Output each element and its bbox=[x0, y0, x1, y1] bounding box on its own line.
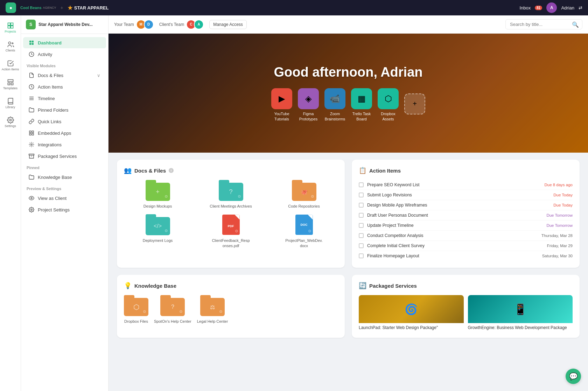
action-due: Due Today bbox=[553, 203, 573, 207]
app-logo-area[interactable]: ● bbox=[6, 2, 16, 13]
app-tile-trello[interactable]: ▦ Trello TaskBoard bbox=[351, 88, 372, 121]
inbox-badge[interactable]: 81 bbox=[535, 6, 542, 10]
nav-packaged-services[interactable]: Packaged Services bbox=[23, 151, 106, 162]
project-plan-file: DOC ⚙ bbox=[292, 214, 316, 235]
docs-info-icon[interactable]: i bbox=[169, 168, 174, 173]
action-checkbox[interactable] bbox=[359, 213, 364, 218]
nav-view-as-client[interactable]: View as Client bbox=[23, 193, 106, 204]
doc-client-meetings[interactable]: ? ⚙ Client Meetings Archives bbox=[197, 180, 265, 209]
nav-embedded-apps[interactable]: Embedded Apps bbox=[23, 127, 106, 139]
doc-design-mockups[interactable]: + ⚙ Design Mockups bbox=[124, 180, 191, 209]
action-checkbox[interactable] bbox=[359, 182, 364, 187]
docs-expand-icon[interactable]: ∨ bbox=[97, 73, 100, 78]
doc-project-plan[interactable]: DOC ⚙ ProjectPlan_WebDev.docx bbox=[270, 214, 338, 248]
kb-legal-folder: ⚖ ⚙ bbox=[200, 295, 225, 316]
kb-legal[interactable]: ⚖ ⚙ Legal Help Center bbox=[197, 295, 228, 324]
kb-dropbox[interactable]: ⬡ ⚙ Dropbox Files bbox=[124, 295, 148, 324]
action-checkbox[interactable] bbox=[359, 243, 364, 248]
action-item-row: Submit Logo Revisions Due Today bbox=[359, 190, 573, 200]
dashboard-cards-row2: 💡 Knowledge Base ⬡ ⚙ bbox=[108, 275, 588, 345]
add-label bbox=[414, 117, 415, 121]
packaged-services-label: Packaged Services bbox=[38, 154, 77, 159]
action-due: Saturday, Mar 30 bbox=[542, 254, 573, 258]
app-tile-zoom[interactable]: 📹 ZoomBrainstorms bbox=[324, 88, 345, 121]
sidebar-project-header[interactable]: S Star Apparel Website Dev... bbox=[21, 15, 108, 34]
icon-nav-settings[interactable]: Settings bbox=[2, 113, 19, 131]
settings-label: Settings bbox=[5, 124, 16, 128]
doc-client-feedback[interactable]: PDF ⚙ ClientFeedback_Responses.pdf bbox=[197, 214, 265, 248]
dashboard-label: Dashboard bbox=[38, 40, 62, 46]
action-title: Draft User Personas Document bbox=[367, 213, 543, 218]
client-meetings-folder: ? ⚙ bbox=[219, 180, 243, 201]
action-checkbox[interactable] bbox=[359, 223, 364, 228]
svg-rect-1 bbox=[10, 23, 13, 26]
action-items-label: Action Items bbox=[2, 68, 19, 71]
clients-label: Clients bbox=[6, 49, 15, 52]
app-tile-figma[interactable]: ◈ FigmaPrototypes bbox=[298, 88, 319, 121]
doc-name: ClientFeedback_Responses.pdf bbox=[212, 238, 250, 248]
timeline-label: Timeline bbox=[38, 96, 55, 101]
kb-name: Dropbox Files bbox=[124, 319, 148, 324]
doc-deployment-logs[interactable]: </> ⚙ Deployment Logs bbox=[124, 214, 191, 248]
action-checkbox[interactable] bbox=[359, 193, 364, 197]
user-avatar[interactable]: A bbox=[546, 2, 557, 13]
chat-button[interactable]: 💬 bbox=[566, 369, 581, 384]
action-due: Due Today bbox=[553, 193, 573, 197]
main-content: Your Team M D Client's Team C A Manage A… bbox=[108, 15, 588, 391]
icon-nav-library[interactable]: Library bbox=[2, 95, 19, 112]
view-as-client-label: View as Client bbox=[38, 196, 66, 201]
action-checkbox[interactable] bbox=[359, 203, 364, 208]
action-items-label: Action Items bbox=[38, 84, 63, 90]
svg-rect-10 bbox=[29, 41, 31, 42]
docs-grid: + ⚙ Design Mockups bbox=[124, 180, 338, 248]
svg-point-4 bbox=[8, 42, 11, 44]
nav-activity[interactable]: Activity bbox=[23, 49, 106, 60]
packaged-services-card: 🔄 Packaged Services 🌀 LaunchPad: Starter… bbox=[352, 275, 580, 338]
dropbox-label: DropboxAssets bbox=[381, 111, 396, 121]
action-checkbox[interactable] bbox=[359, 233, 364, 238]
folder-body: ⚖ ⚙ bbox=[200, 298, 225, 316]
icon-nav-clients[interactable]: Clients bbox=[2, 38, 19, 55]
integrations-label: Integrations bbox=[38, 142, 62, 147]
action-checkbox[interactable] bbox=[359, 253, 364, 258]
nav-quick-links[interactable]: Quick Links bbox=[23, 116, 106, 127]
nav-pinned-folders[interactable]: Pinned Folders bbox=[23, 104, 106, 116]
inbox-label[interactable]: Inbox bbox=[519, 5, 531, 11]
svg-rect-2 bbox=[8, 26, 10, 28]
icon-nav-projects[interactable]: Projects bbox=[2, 19, 19, 36]
topbar: Your Team M D Client's Team C A Manage A… bbox=[108, 15, 588, 34]
zoom-icon: 📹 bbox=[324, 88, 345, 109]
launchpad-image: 🌀 bbox=[359, 295, 464, 323]
search-input[interactable] bbox=[505, 19, 582, 29]
manage-access-button[interactable]: Manage Access bbox=[209, 20, 247, 29]
nav-dashboard[interactable]: Dashboard bbox=[23, 37, 106, 48]
kb-spoton[interactable]: ? ⚙ SpotOn's Help Center bbox=[154, 295, 191, 324]
icon-nav-templates[interactable]: Templates bbox=[2, 76, 19, 93]
services-grid: 🌀 LaunchPad: Starter Web Design Package"… bbox=[359, 295, 573, 331]
app-tile-dropbox[interactable]: ⬡ DropboxAssets bbox=[378, 88, 399, 121]
dashboard-cards: 👥 Docs & Files i + ⚙ bbox=[108, 153, 588, 275]
icon-nav-action-items[interactable]: Action Items bbox=[2, 57, 19, 74]
docs-icon: 👥 bbox=[124, 167, 132, 174]
docs-title: Docs & Files bbox=[134, 168, 166, 174]
docs-files-header: 👥 Docs & Files i bbox=[124, 167, 338, 174]
app-tile-add[interactable]: + bbox=[404, 93, 425, 121]
nav-timeline[interactable]: Timeline bbox=[23, 93, 106, 104]
kb-title: Knowledge Base bbox=[134, 283, 176, 289]
nav-project-settings[interactable]: Project Settings bbox=[23, 204, 106, 215]
agency-logo[interactable]: Cool Beans AGENCY bbox=[20, 6, 56, 10]
nav-docs[interactable]: Docs & Files ∨ bbox=[23, 70, 106, 81]
app-tile-youtube[interactable]: ▶ YouTubeTutorials bbox=[271, 88, 292, 121]
service-growthengine[interactable]: 📱 GrowthEngine: Business Web Development… bbox=[468, 295, 573, 331]
switch-icon[interactable]: ⇄ bbox=[579, 5, 582, 11]
nav-action-items[interactable]: Action Items bbox=[23, 81, 106, 92]
client-logo[interactable]: ★ STAR APPAREL bbox=[68, 5, 109, 11]
action-due: Thursday, Mar 28 bbox=[541, 233, 573, 238]
app-logo: ● bbox=[6, 2, 16, 13]
nav-integrations[interactable]: Integrations bbox=[23, 139, 106, 150]
service-launchpad[interactable]: 🌀 LaunchPad: Starter Web Design Package" bbox=[359, 295, 464, 331]
docs-files-card: 👥 Docs & Files i + ⚙ bbox=[117, 160, 345, 268]
doc-code-repos[interactable]: 🐙 ⚙ Code Repositories bbox=[270, 180, 338, 209]
nav-knowledge-base[interactable]: Knowledge Base bbox=[23, 172, 106, 183]
action-item-row: Complete Initial Client Survey Friday, M… bbox=[359, 241, 573, 251]
